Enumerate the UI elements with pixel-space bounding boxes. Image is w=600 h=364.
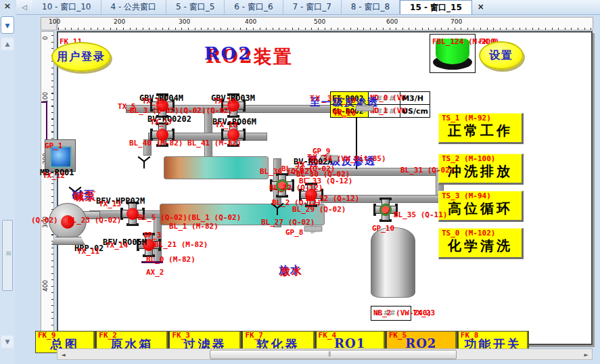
storage-tank[interactable] [371, 227, 415, 298]
title-blue-text: RO2 [204, 43, 252, 64]
horizontal-scrollbar-thumb[interactable] [210, 350, 457, 359]
hmi-canvas[interactable]: #.## NB_2 (VW-240) FK_11 用户登录 RO2装置 RO2 … [57, 31, 593, 345]
ruler-tick: 700 [451, 18, 462, 25]
ruler-tick: 400 [245, 18, 256, 25]
scroll-down-icon[interactable]: ▼ [1, 336, 14, 348]
status-label: 正常工作 [439, 122, 522, 140]
equipment-label-tag[interactable]: TX_12 [43, 172, 65, 180]
pipe-label[interactable]: (Q-02) [31, 217, 58, 225]
scroll-left-icon[interactable]: ◄ [59, 350, 68, 359]
close-icon[interactable]: × [2, 1, 13, 12]
pipe-label[interactable]: BL_31 (Q-02) [400, 166, 454, 175]
user-login-button[interactable]: 用户登录 [51, 42, 111, 72]
equipment-label-tag[interactable]: TX_14 [106, 242, 128, 250]
pipe-label[interactable]: BL_22 (Q-12) [269, 184, 323, 192]
pipe-label[interactable]: GP_3 [143, 231, 162, 240]
ruler-tick: 400 [42, 280, 49, 292]
ruler-tick: 600 [386, 18, 398, 25]
page-title: RO2装置 RO2 [204, 43, 346, 68]
pipe-label[interactable]: BL_23 (Q-02) [68, 217, 121, 225]
status-label: 化学清洗 [439, 237, 522, 255]
flow-text-stage1[interactable]: 至一级反渗透 TX_3 [310, 96, 600, 109]
pipe-label[interactable]: BL_1 (M-82) [169, 223, 218, 231]
scroll-right-icon[interactable]: ► [582, 350, 591, 359]
ruler-tick: 500 [314, 18, 325, 25]
ruler-tick: 200 [114, 18, 125, 25]
vertical-ruler: 0 100 200 300 400 [41, 31, 54, 345]
pipe-label[interactable]: BL_21 (M-82) [154, 241, 208, 249]
equipment-label-tag[interactable]: TX_13 [99, 200, 121, 208]
pipe-label[interactable]: BL_34 (VW_Bit-85) [310, 155, 386, 163]
tab-window-7[interactable]: 7 - 窗口_7 [283, 0, 342, 14]
tab-window-10[interactable]: 10 - 窗口_10 [32, 0, 101, 14]
equipment-label-tag[interactable]: TX_15 [142, 97, 164, 106]
tab-window-6[interactable]: 6 - 窗口_6 [225, 0, 283, 14]
pipe-label[interactable]: BL_3 (Q-02)(Q-02)(Q-02) [130, 107, 233, 115]
tab-window-5[interactable]: 5 - 窗口_5 [166, 0, 225, 14]
pipe-label[interactable]: GP_8 [285, 229, 304, 237]
horizontal-ruler: 100 200 300 400 500 600 700 [57, 17, 593, 30]
pipe-label[interactable]: BL_5 (Q-02)(BL_1 (Q-02) [138, 214, 241, 222]
tank-level-display[interactable]: #.## NB_2 (VW-240) [371, 306, 411, 321]
tab-close-icon[interactable]: × [472, 0, 490, 14]
dosing-line [46, 101, 47, 141]
pipe-label[interactable]: AX_2 [146, 269, 164, 277]
flow-tag: TX_3 [310, 95, 333, 103]
dropdown-button[interactable]: ▼ [1, 16, 14, 34]
pipe-label[interactable]: BL_0 (M-82) [146, 256, 195, 264]
pipe-label[interactable]: GP_1 [45, 142, 63, 150]
tab-window-8[interactable]: 8 - 窗口_8 [342, 0, 400, 14]
ruler-tick: 300 [179, 18, 190, 25]
status-label: 高位循环 [439, 200, 522, 218]
pipe-label[interactable]: BL_29 (Q-02) [292, 206, 346, 214]
ruler-tick: 0 [42, 36, 49, 40]
pipe-label[interactable]: GP_10 [372, 225, 394, 233]
equipment-label-tag[interactable]: TX_11 [77, 248, 99, 256]
drain-funnel-icon [138, 156, 150, 168]
left-panel: × ▼ ▲ ▼ [0, 0, 15, 364]
pipe-label[interactable]: BL_40 (M-82) BL_41 (M-82) [129, 139, 241, 147]
scroll-up-icon[interactable]: ▲ [1, 38, 14, 50]
membrane-vessel-1[interactable] [164, 156, 269, 179]
equipment-label-tag[interactable]: TX_16 [214, 97, 236, 106]
ruler-tick: 100 [49, 18, 60, 25]
window-tab-bar: ◁ 10 - 窗口_10 4 - 公共窗口 5 - 窗口_5 6 - 窗口_6 … [16, 0, 600, 15]
status-button-recirc[interactable]: TS_3 (M-94) 高位循环 [438, 191, 524, 222]
status-button-cip[interactable]: TS_0 (M-102) 化学清洗 [438, 228, 524, 259]
pipe-label[interactable]: BL_27 (Q-02) [261, 219, 315, 227]
equipment-label-tag[interactable]: TX_17 [150, 118, 172, 127]
equipment-label-tag[interactable]: TX_18 [215, 121, 237, 129]
status-button-normal[interactable]: TS_1 (M-92) 正常工作 [438, 113, 524, 144]
settings-button[interactable]: 设置 [479, 41, 524, 70]
flow-text-red: 放水 [280, 265, 303, 278]
pipe-label[interactable]: TX_23 [413, 309, 435, 317]
pipe-label[interactable]: GP_6 [333, 108, 351, 116]
flow-arrow-gp6[interactable] [363, 104, 373, 113]
pipe-label[interactable]: BL_35 (Q-11) [394, 211, 447, 219]
tab-window-15-active[interactable]: 15 - 窗口_15 [400, 0, 472, 14]
drain-text[interactable]: 放水 放水 [279, 264, 600, 277]
dosing-line [41, 101, 47, 103]
vertical-scrollbar-thumb[interactable] [2, 220, 13, 291]
tab-nav-back-icon[interactable]: ◁ [16, 0, 32, 14]
flow-text-red: 碱泵 [73, 190, 97, 204]
horizontal-scrollbar[interactable]: ◄ ► [57, 348, 593, 360]
tab-common-window[interactable]: 4 - 公共窗口 [101, 0, 167, 14]
